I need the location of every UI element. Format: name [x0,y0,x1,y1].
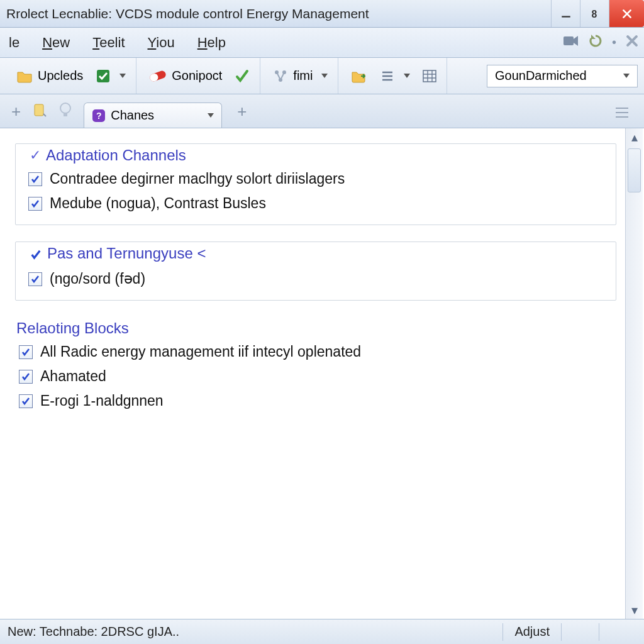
bulb-icon[interactable] [58,102,72,121]
svg-rect-10 [35,104,43,116]
scroll-up-icon[interactable]: ▴ [626,128,643,146]
checkbox[interactable] [30,247,42,260]
export-button[interactable] [347,67,371,86]
list-item[interactable]: Medube (nogua), Contrast Busles [26,191,606,216]
scroll-thumb[interactable] [628,148,641,192]
tab-bar: + ? Chanes + [0,94,644,128]
close-gray-icon[interactable] [625,34,639,51]
status-adjust[interactable]: Adjust [502,623,561,641]
checkbox[interactable] [28,172,42,186]
folder-arrow-icon [351,69,367,83]
svg-text:?: ? [96,111,102,121]
tab-label: Chanes [111,108,154,123]
close-button[interactable] [609,0,644,27]
check-icon [235,69,250,84]
toolbar: Upcleds Gonipoct fimi GounDar [0,58,644,94]
scroll-track[interactable] [626,146,643,601]
new-tab-button[interactable]: + [227,102,257,128]
scroll-down-icon[interactable]: ▾ [626,601,643,619]
upcleds-label: Upcleds [38,69,83,83]
group-legend: Relaoting Blocks [16,319,133,337]
item-label: E-rogi 1-naldgnnen [40,392,164,409]
fimi-label: fimi [293,69,313,83]
status-bar: New: Technabe: 2DRSC gIJA.. Adjust [0,619,644,644]
pill-icon [149,70,167,82]
folder-icon [16,69,33,83]
green-check-button[interactable] [231,66,253,86]
menu-le[interactable]: le [5,32,23,53]
minimize-button[interactable] [551,0,580,27]
question-badge-icon: ? [92,109,106,123]
list-button[interactable] [376,67,414,85]
nodes-icon [273,69,288,84]
list-item[interactable]: Ahamated [16,364,606,389]
list-item[interactable]: Contradee degirner maclhgy solort diriis… [26,167,606,191]
content-area: ✓ Adaptation Channels Contradee degirner… [0,128,644,619]
svg-rect-2 [564,36,574,45]
menu-help[interactable]: Help [194,32,230,53]
tab-chanes[interactable]: ? Chanes [84,103,222,128]
grid-button[interactable] [419,67,440,85]
svg-point-11 [60,103,70,113]
item-label: Ahamated [40,368,106,385]
plugin-icon[interactable] [563,34,579,51]
vertical-scrollbar[interactable]: ▴ ▾ [625,128,643,619]
maximize-button[interactable]: 8 [580,0,609,27]
group-relaoting-blocks: Relaoting Blocks All Radic energy manage… [15,317,616,422]
menu-bar: le New Teelit Yiou Help • [0,28,644,58]
checkbox[interactable] [19,370,33,384]
upcleds-button[interactable]: Upcleds [13,66,87,86]
svg-rect-9 [423,70,436,82]
menu-new[interactable]: New [38,32,74,53]
item-label: All Radic energy management iif intecyl … [40,343,361,360]
gonipoct-label: Gonipoct [172,69,222,83]
note-icon[interactable] [32,103,47,121]
group-legend: Pas and Ternungyuse < [26,245,209,262]
refresh-icon[interactable] [588,33,603,52]
menu-yiou[interactable]: Yiou [144,32,179,53]
grid-icon [423,70,436,82]
svg-rect-0 [562,16,570,17]
check-mark-icon: ✓ [30,147,41,164]
profile-dropdown[interactable]: GounDarmiched [487,65,638,87]
fimi-button[interactable]: fimi [269,66,331,86]
gonipoct-button[interactable]: Gonipoct [145,66,226,86]
checkbox[interactable] [19,394,33,408]
svg-rect-12 [64,113,67,116]
list-item[interactable]: (ngo/sord (fəd) [26,267,606,291]
checkbox[interactable] [28,272,42,286]
profile-dropdown-value: GounDarmiched [495,69,587,83]
group-legend: ✓ Adaptation Channels [26,147,190,164]
tab-caret-icon[interactable] [208,113,214,118]
item-label: Medube (nogua), Contrast Busles [50,195,266,212]
group-adaptation-channels: ✓ Adaptation Channels Contradee degirner… [15,143,616,225]
group-title: Adaptation Channels [46,147,186,164]
item-label: Contradee degirner maclhgy solort diriis… [50,170,345,187]
svg-text:8: 8 [591,8,597,19]
tabbar-menu-icon[interactable] [615,107,639,128]
menu-right-icons: • [563,33,639,52]
list-icon [380,70,395,82]
checkbox[interactable] [28,197,42,211]
list-item[interactable]: E-rogi 1-naldgnnen [16,389,606,413]
checkbox[interactable] [19,345,33,359]
item-label: (ngo/sord (fəd) [50,270,145,287]
dot-icon: • [612,35,616,50]
group-title: Relaoting Blocks [16,319,129,337]
shield-check-icon [96,69,111,84]
shield-dropdown[interactable] [92,66,130,86]
window-controls: 8 [551,0,644,27]
window-title: Rrolect Lecnablie: VCDS module control E… [6,6,551,21]
status-left: New: Technabe: 2DRSC gIJA.. [8,625,502,639]
list-item[interactable]: All Radic energy management iif intecyl … [16,340,606,364]
status-cell-empty-1 [561,623,599,641]
add-tab-left-icon[interactable]: + [11,102,21,121]
title-bar: Rrolect Lecnablie: VCDS module control E… [0,0,644,28]
group-pas-ternungyuse: Pas and Ternungyuse < (ngo/sord (fəd) [15,242,616,301]
group-title: Pas and Ternungyuse < [47,245,206,262]
menu-teelit[interactable]: Teelit [89,32,128,53]
status-cell-empty-2 [599,623,636,641]
